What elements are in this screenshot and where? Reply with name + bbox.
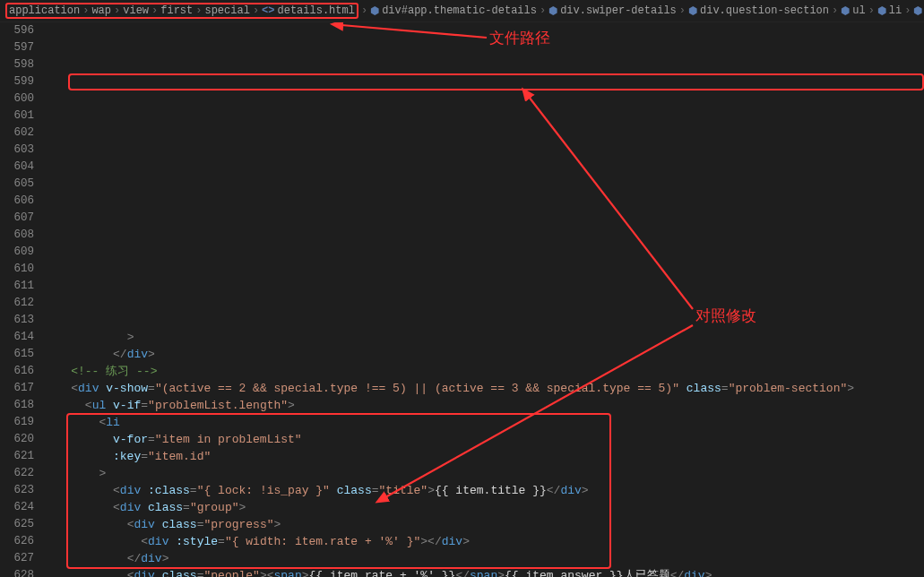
chevron-right-icon: › <box>904 4 911 17</box>
crumb-special[interactable]: special <box>204 4 249 17</box>
line-number: 605 <box>0 176 34 193</box>
crumb-struct-0[interactable]: div#app.thematic-details <box>382 4 537 17</box>
crumb-wap[interactable]: wap <box>91 4 111 17</box>
crumb-struct-3[interactable]: ul <box>852 4 865 17</box>
code-line[interactable]: v-for="item in problemList" <box>43 431 924 448</box>
symbol-icon: ⬢ <box>688 4 697 18</box>
line-number: 620 <box>0 431 34 448</box>
line-number: 628 <box>0 567 34 577</box>
chevron-right-icon: › <box>832 4 838 17</box>
code-content[interactable]: 文件路径 对照修改 > </div> <!-- 练习 --> <div v-sh… <box>43 22 924 577</box>
line-number: 627 <box>0 550 34 567</box>
line-number: 615 <box>0 346 34 363</box>
line-number: 609 <box>0 244 34 261</box>
code-line[interactable]: :key="item.id" <box>43 448 924 465</box>
crumb-file[interactable]: details.html <box>278 4 355 17</box>
line-number: 597 <box>0 39 34 56</box>
crumb-struct-2[interactable]: div.question-section <box>700 4 829 17</box>
chevron-right-icon: › <box>540 4 546 17</box>
symbol-icon: ⬢ <box>370 4 379 18</box>
symbol-icon: ⬢ <box>548 4 557 18</box>
symbol-icon: ⬢ <box>877 4 886 18</box>
breadcrumb-bar: application › wap › view › first › speci… <box>0 0 924 22</box>
code-line[interactable]: <div v-show="(active == 2 && special.typ… <box>43 380 924 397</box>
line-number: 598 <box>0 56 34 73</box>
line-number: 601 <box>0 108 34 125</box>
line-number: 603 <box>0 142 34 159</box>
line-number: 617 <box>0 380 34 397</box>
line-number-gutter: 5965975985996006016026036046056066076086… <box>0 22 43 577</box>
html-file-icon: <> <box>262 4 274 17</box>
crumb-struct-1[interactable]: div.swiper-details <box>560 4 677 17</box>
code-line[interactable]: > <box>43 329 924 346</box>
chevron-right-icon: › <box>253 4 259 17</box>
line-number: 610 <box>0 261 34 278</box>
svg-line-0 <box>341 25 487 38</box>
line-number: 619 <box>0 414 34 431</box>
code-line[interactable]: <!-- 练习 --> <box>43 363 924 380</box>
line-number: 616 <box>0 363 34 380</box>
highlight-box-line-599 <box>68 73 924 90</box>
editor-area: 5965975985996006016026036046056066076086… <box>0 22 924 577</box>
code-line[interactable]: </div> <box>43 550 924 567</box>
breadcrumb-highlighted-path: application › wap › view › first › speci… <box>5 3 358 19</box>
line-number: 623 <box>0 482 34 499</box>
annotation-compare-edit: 对照修改 <box>695 307 756 324</box>
line-number: 602 <box>0 125 34 142</box>
crumb-application[interactable]: application <box>9 4 80 17</box>
chevron-right-icon: › <box>868 4 875 17</box>
symbol-icon: ⬢ <box>841 4 850 18</box>
arrow-file-path <box>334 22 491 45</box>
line-number: 608 <box>0 227 34 244</box>
line-number: 606 <box>0 193 34 210</box>
annotation-file-path: 文件路径 <box>489 30 550 47</box>
line-number: 622 <box>0 465 34 482</box>
chevron-right-icon: › <box>195 4 202 17</box>
chevron-right-icon: › <box>361 4 367 17</box>
line-number: 626 <box>0 533 34 550</box>
code-line[interactable]: > <box>43 465 924 482</box>
code-line[interactable]: <div class="group"> <box>43 499 924 516</box>
svg-line-1 <box>529 97 693 309</box>
chevron-right-icon: › <box>82 4 89 17</box>
line-number: 612 <box>0 295 34 312</box>
line-number: 600 <box>0 90 34 108</box>
crumb-first[interactable]: first <box>160 4 193 17</box>
line-number: 618 <box>0 397 34 414</box>
line-number: 611 <box>0 278 34 295</box>
chevron-right-icon: › <box>114 4 120 17</box>
line-number: 604 <box>0 159 34 176</box>
code-line[interactable]: <div :style="{ width: item.rate + '%' }"… <box>43 533 924 550</box>
line-number: 625 <box>0 516 34 533</box>
line-number: 607 <box>0 210 34 227</box>
arrow-to-line599 <box>518 90 706 323</box>
line-number: 596 <box>0 22 34 39</box>
line-number: 614 <box>0 329 34 346</box>
line-number: 624 <box>0 499 34 516</box>
chevron-right-icon: › <box>679 4 686 17</box>
crumb-view[interactable]: view <box>123 4 149 17</box>
code-line[interactable]: <div class="people"><span>{{ item.rate +… <box>43 567 924 577</box>
line-number: 599 <box>0 73 34 90</box>
code-line[interactable]: <li <box>43 414 924 431</box>
code-line[interactable]: <div :class="{ lock: !is_pay }" class="t… <box>43 482 924 499</box>
code-line[interactable]: <div class="progress"> <box>43 516 924 533</box>
symbol-icon: ⬢ <box>913 4 922 18</box>
line-number: 621 <box>0 448 34 465</box>
code-line[interactable]: </div> <box>43 346 924 363</box>
line-number: 613 <box>0 312 34 329</box>
crumb-struct-4[interactable]: li <box>889 4 902 17</box>
chevron-right-icon: › <box>151 4 158 17</box>
code-line[interactable]: <ul v-if="problemList.length"> <box>43 397 924 414</box>
